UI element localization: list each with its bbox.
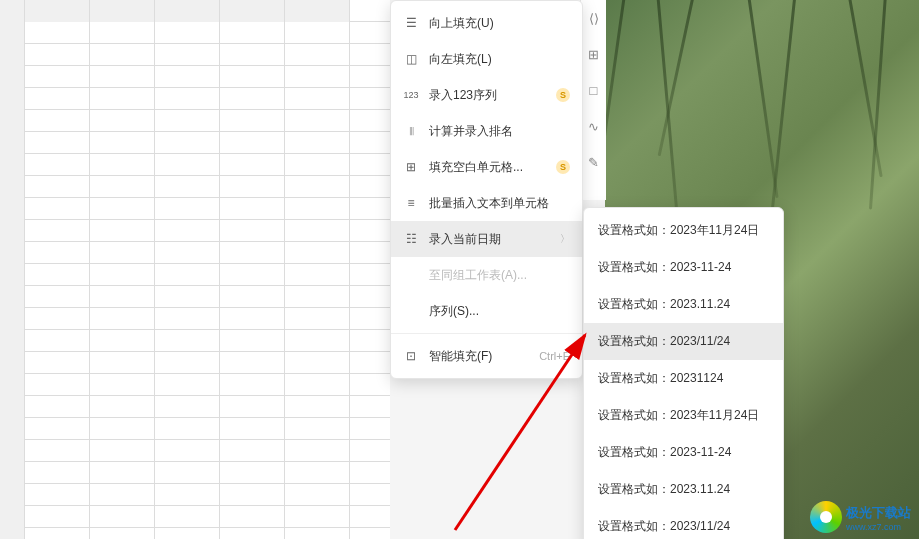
grid-cell[interactable] [285,506,350,528]
grid-cell[interactable] [90,176,155,198]
grid-cell[interactable] [155,154,220,176]
row-header[interactable] [0,484,25,506]
grid-cell[interactable] [90,88,155,110]
grid-cell[interactable] [285,286,350,308]
grid-cell[interactable] [25,352,90,374]
grid-cell[interactable] [155,264,220,286]
grid-cell[interactable] [25,440,90,462]
grid-cell[interactable] [285,110,350,132]
grid-cell[interactable] [285,352,350,374]
date-format-option[interactable]: 设置格式如：20231124 [584,360,783,397]
menu-batch-insert-text[interactable]: ≡ 批量插入文本到单元格 [391,185,582,221]
grid-cell[interactable] [220,418,285,440]
grid-cell[interactable] [155,88,220,110]
grid-cell[interactable] [90,220,155,242]
grid-cell[interactable] [90,132,155,154]
grid-cell[interactable] [220,374,285,396]
grid-cell[interactable] [220,242,285,264]
row-header[interactable] [0,176,25,198]
grid-cell[interactable] [25,198,90,220]
grid-cell[interactable] [25,462,90,484]
grid-cell[interactable] [285,528,350,539]
grid-cell[interactable] [285,220,350,242]
row-header[interactable] [0,308,25,330]
grid-cell[interactable] [220,88,285,110]
date-format-option[interactable]: 设置格式如：2023.11.24 [584,286,783,323]
grid-cell[interactable] [155,66,220,88]
row-header[interactable] [0,88,25,110]
grid-cell[interactable] [90,506,155,528]
grid-cell[interactable] [25,528,90,539]
grid-cell[interactable] [155,198,220,220]
grid-cell[interactable] [285,198,350,220]
menu-series[interactable]: 序列(S)... [391,293,582,329]
grid-cell[interactable] [220,330,285,352]
grid-cell[interactable] [285,484,350,506]
grid-cell[interactable] [220,440,285,462]
row-header[interactable] [0,462,25,484]
row-header[interactable] [0,506,25,528]
grid-cell[interactable] [90,264,155,286]
col-header[interactable] [25,0,90,22]
grid-cell[interactable] [155,242,220,264]
grid-cell[interactable] [220,22,285,44]
grid-cell[interactable] [220,132,285,154]
menu-fill-up[interactable]: ☰ 向上填充(U) [391,5,582,41]
grid-cell[interactable] [155,330,220,352]
grid-cell[interactable] [155,418,220,440]
grid-cell[interactable] [25,220,90,242]
grid-cell[interactable] [90,440,155,462]
grid-cell[interactable] [155,22,220,44]
grid-cell[interactable] [220,220,285,242]
grid-cell[interactable] [90,418,155,440]
grid-cell[interactable] [155,396,220,418]
grid-cell[interactable] [25,418,90,440]
menu-sequence-123[interactable]: 123 录入123序列 S [391,77,582,113]
tool-expand-icon[interactable]: □ [581,72,606,108]
grid-cell[interactable] [285,374,350,396]
date-format-option[interactable]: 设置格式如：2023年11月24日 [584,212,783,249]
grid-cell[interactable] [25,110,90,132]
grid-cell[interactable] [155,484,220,506]
row-header[interactable] [0,154,25,176]
grid-cell[interactable] [155,110,220,132]
grid-cell[interactable] [155,462,220,484]
date-format-option[interactable]: 设置格式如：2023.11.24 [584,471,783,508]
grid-cell[interactable] [285,44,350,66]
col-header[interactable] [90,0,155,22]
row-header[interactable] [0,352,25,374]
grid-cell[interactable] [220,286,285,308]
grid-cell[interactable] [155,528,220,539]
menu-insert-current-date[interactable]: ☷ 录入当前日期 〉 [391,221,582,257]
tool-pin-icon[interactable]: ⟨⟩ [581,0,606,36]
grid-cell[interactable] [90,330,155,352]
grid-cell[interactable] [285,308,350,330]
menu-calc-rank[interactable]: ⫴ 计算并录入排名 [391,113,582,149]
grid-cell[interactable] [285,396,350,418]
tool-edit-icon[interactable]: ✎ [581,144,606,180]
grid-cell[interactable] [155,132,220,154]
date-format-option[interactable]: 设置格式如：2023-11-24 [584,249,783,286]
date-format-option[interactable]: 设置格式如：2023年11月24日 [584,397,783,434]
grid-cell[interactable] [285,462,350,484]
grid-cell[interactable] [285,330,350,352]
grid-cell[interactable] [220,308,285,330]
grid-cell[interactable] [220,198,285,220]
grid-cell[interactable] [25,330,90,352]
row-header[interactable] [0,132,25,154]
grid-cell[interactable] [155,440,220,462]
grid-cell[interactable] [155,220,220,242]
grid-cell[interactable] [90,242,155,264]
menu-fill-blank[interactable]: ⊞ 填充空白单元格... S [391,149,582,185]
grid-cell[interactable] [25,374,90,396]
grid-cell[interactable] [25,484,90,506]
row-header[interactable] [0,44,25,66]
row-header[interactable] [0,286,25,308]
grid-cell[interactable] [155,374,220,396]
grid-cell[interactable] [220,484,285,506]
tool-chart-icon[interactable]: ∿ [581,108,606,144]
grid-cell[interactable] [220,528,285,539]
grid-cell[interactable] [155,352,220,374]
grid-cell[interactable] [220,264,285,286]
grid-cell[interactable] [25,506,90,528]
